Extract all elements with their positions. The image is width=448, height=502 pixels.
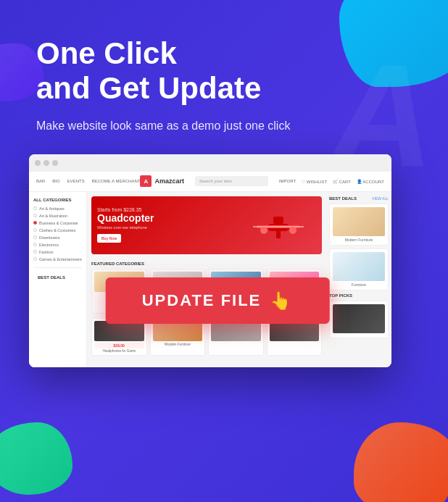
become-merchant: BECOME A MERCHANT <box>92 179 141 183</box>
decoration-blob-bottom-right <box>354 422 448 502</box>
browser-window: BAR BIO EVENTS BECOME A MERCHANT A Amazc… <box>29 154 391 367</box>
sidebar-dot-8 <box>33 257 37 261</box>
store-right-col: BEST DEALS VIEW ALL Modern Furniture Fur… <box>326 192 391 367</box>
update-file-label: UPDATE FILE <box>142 291 262 310</box>
nav-wishlist: ♡ WISHLIST <box>302 179 327 184</box>
right-card-img-1 <box>333 207 385 236</box>
product-img-2 <box>153 321 203 341</box>
right-card-1: Modern Furniture <box>329 204 389 246</box>
subheadline: Make website look same as a demo just on… <box>36 120 412 133</box>
browser-dot-1 <box>35 160 41 166</box>
right-card-img-2 <box>333 252 385 281</box>
store-name: Amazcart <box>154 177 184 185</box>
right-card-label-2: Furniture <box>333 283 385 287</box>
sidebar-item-6: Electronics <box>33 243 82 247</box>
svg-point-5 <box>289 227 296 234</box>
update-button-overlay: UPDATE FILE 👆 <box>106 277 330 324</box>
sidebar-label-2: Art & Illustration <box>39 214 67 218</box>
cursor-icon: 👆 <box>270 290 293 311</box>
sidebar-item-3: Business & Corporate <box>33 221 82 225</box>
nav-account: 👤 ACCOUNT <box>357 179 384 184</box>
nav-cart: 🛒 CART <box>333 179 351 184</box>
hero-cta-button: Buy Now <box>97 234 121 243</box>
hero-price: Starts from $228.35 <box>97 207 154 212</box>
sidebar-item-7: Fashion <box>33 250 82 254</box>
svg-rect-6 <box>276 231 281 238</box>
sidebar-item-4: Clothes & Costumes <box>33 228 82 233</box>
sidebar-dot-4 <box>33 228 37 232</box>
svg-point-4 <box>260 227 267 234</box>
nav-link-1: BAR <box>36 179 45 183</box>
decoration-blob-bottom-left <box>0 422 72 495</box>
search-placeholder: Search your item <box>199 179 232 183</box>
page-background: A One Click and Get Update Make website … <box>0 0 448 502</box>
hero-product-image <box>246 204 311 251</box>
right-card-label-1: Modern Furniture <box>333 238 385 242</box>
browser-content: BAR BIO EVENTS BECOME A MERCHANT A Amazc… <box>29 172 391 367</box>
product-img-3 <box>211 321 261 341</box>
headline-line2: and Get Update <box>36 71 261 105</box>
sidebar-title: ALL CATEGORIES <box>33 198 82 202</box>
nav-import: IMPORT <box>279 179 296 184</box>
sidebar-dot-5 <box>33 235 37 239</box>
sidebar-dot-2 <box>33 214 37 217</box>
view-all-link: VIEW ALL <box>372 196 389 201</box>
store-nav-right: IMPORT ♡ WISHLIST 🛒 CART 👤 ACCOUNT <box>279 179 384 184</box>
svg-rect-2 <box>273 217 283 224</box>
search-bar: Search your item <box>195 176 268 186</box>
hero-banner-text: Starts from $228.35 Quadcopter Wireless … <box>97 207 154 243</box>
store-sidebar: ALL CATEGORIES Art & Antiques Art & Illu… <box>29 192 87 367</box>
sidebar-dot-3 <box>33 221 37 225</box>
hero-subtitle: Wireless over-ear telephone <box>97 225 154 230</box>
product-name-1: Headphones for Game <box>94 349 144 353</box>
sidebar-label-1: Art & Antiques <box>39 206 65 211</box>
headline-line1: One Click <box>36 36 177 70</box>
sidebar-item-5: Downtowns <box>33 235 82 240</box>
store-logo-icon: A <box>140 175 152 187</box>
sidebar-item-8: Games & Entertainment <box>33 257 82 262</box>
top-picks-label: TOP PICKS <box>329 293 389 298</box>
product-name-2: Wooden Furniture <box>153 343 203 346</box>
right-card-2: Furniture <box>329 248 389 290</box>
sidebar-label-7: Fashion <box>39 250 54 254</box>
browser-bar <box>29 154 391 172</box>
browser-dot-3 <box>52 160 58 166</box>
hero-banner: Starts from $228.35 Quadcopter Wireless … <box>91 196 322 254</box>
sidebar-label-5: Downtowns <box>39 235 59 240</box>
update-file-button[interactable]: UPDATE FILE 👆 <box>106 277 330 324</box>
sidebar-label-8: Games & Entertainment <box>39 257 82 262</box>
sidebar-label-4: Clothes & Costumes <box>39 228 75 233</box>
store-search-area: Search your item <box>195 176 268 186</box>
browser-dot-2 <box>43 160 49 166</box>
sidebar-item-1: Art & Antiques <box>33 206 82 211</box>
headline: One Click and Get Update <box>36 36 412 106</box>
nav-link-3: EVENTS <box>67 179 85 183</box>
best-deals-label: BEST DEALS <box>33 272 82 281</box>
best-deals-top: BEST DEALS <box>329 196 357 201</box>
sidebar-dot-6 <box>33 243 37 246</box>
right-card-img-3 <box>333 304 385 333</box>
product-img-1 <box>94 321 144 341</box>
sidebar-dot-1 <box>33 206 37 210</box>
store-logo: A Amazcart <box>140 175 184 187</box>
content-area: One Click and Get Update Make website lo… <box>0 0 448 367</box>
product-price-1: $26.00 <box>94 343 144 348</box>
hero-product-name: Quadcopter <box>97 212 154 225</box>
sidebar-label-6: Electronics <box>39 243 59 247</box>
right-card-3 <box>329 301 389 338</box>
store-header: BAR BIO EVENTS BECOME A MERCHANT A Amazc… <box>29 172 391 192</box>
featured-categories-label: FEATURED CATEGORIES <box>91 262 322 266</box>
sidebar-item-2: Art & Illustration <box>33 214 82 218</box>
sidebar-label-3: Business & Corporate <box>39 221 78 225</box>
mockup-container: BAR BIO EVENTS BECOME A MERCHANT A Amazc… <box>29 154 406 367</box>
nav-link-2: BIO <box>52 179 59 183</box>
product-img-4 <box>270 321 320 341</box>
sidebar-dot-7 <box>33 250 37 254</box>
